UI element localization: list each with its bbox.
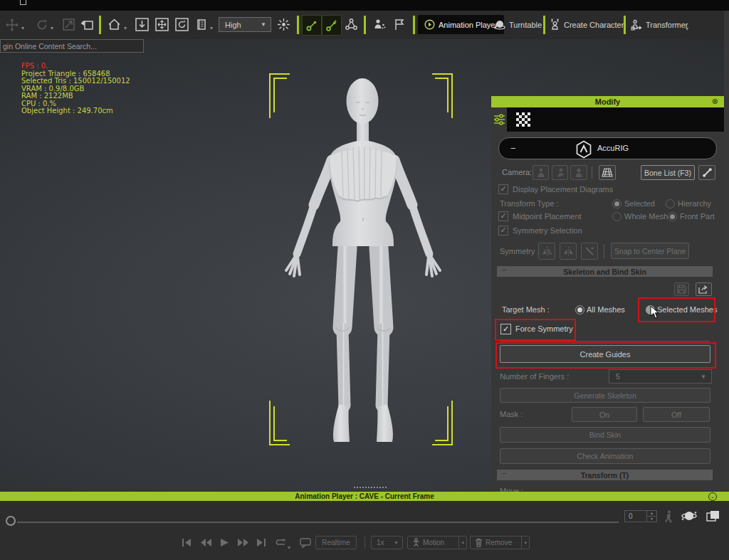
frame-spinner-up-icon[interactable]: ▲ (647, 511, 656, 517)
realtime-button[interactable]: Realtime (315, 536, 357, 549)
duplicate-window-icon[interactable] (706, 510, 720, 522)
check-animation-button[interactable]: Check Animation (500, 448, 710, 464)
whole-mesh-radio[interactable] (612, 212, 622, 221)
remove-button[interactable]: Remove ▾ (470, 536, 530, 549)
timeline-track[interactable] (17, 522, 619, 523)
midpoint-placement-checkbox[interactable]: ✓ (498, 211, 508, 221)
content-search-input[interactable] (0, 39, 144, 53)
home-caret-icon[interactable]: ▾ (124, 26, 127, 31)
rotate-tool-icon[interactable] (36, 19, 48, 31)
import-box-icon[interactable] (135, 18, 149, 31)
fit-view-box-icon[interactable] (155, 18, 169, 31)
motion-button[interactable]: Motion ▾ (407, 536, 467, 549)
playback-separator (364, 537, 365, 549)
go-to-end-button[interactable] (256, 536, 266, 549)
adjust-sliders-icon[interactable] (493, 113, 505, 126)
modify-panel: Modify ⊗ − AccuRIG Camera: (491, 96, 724, 492)
number-of-fingers-select[interactable]: 5 ▼ (609, 369, 712, 384)
all-meshes-radio[interactable] (575, 305, 584, 315)
transform-section-header[interactable]: − Transform (T) (497, 470, 713, 480)
save-profile-button[interactable] (674, 282, 689, 296)
animation-player-status-bar: Animation Player : CAVE - Current Frame … (0, 492, 729, 501)
front-part-label[interactable]: Front Part (680, 212, 715, 221)
orbit-sphere-icon[interactable] (681, 509, 697, 524)
accurig-header-bar[interactable]: − AccuRIG (498, 137, 717, 159)
frame-spinner-down-icon[interactable]: ▼ (647, 517, 656, 522)
close-icon[interactable]: ⊗ (712, 97, 718, 106)
collapse-circle-icon[interactable]: ⌄ (708, 492, 717, 501)
edit-pose-toggle-button[interactable] (302, 15, 322, 36)
quality-select[interactable]: High ▼ (219, 17, 271, 32)
move-tool-icon[interactable] (6, 19, 19, 31)
flip-orientation-icon[interactable] (80, 18, 95, 31)
toolbar-separator (624, 16, 626, 34)
rotate-tool-caret-icon[interactable]: ▾ (51, 26, 53, 31)
project-stack-icon[interactable] (195, 18, 209, 31)
midpoint-placement-label[interactable]: Midpoint Placement (513, 212, 582, 221)
transformer-caret-icon[interactable]: ▾ (686, 26, 688, 32)
section-collapse-icon[interactable]: − (502, 265, 506, 274)
no-symmetry-button[interactable] (581, 243, 598, 260)
snap-to-center-plane-button[interactable]: Snap to Center Plane (611, 243, 689, 259)
flag-icon[interactable] (393, 18, 406, 31)
previous-frame-button[interactable] (200, 536, 211, 549)
transform-hierarchy-label[interactable]: Hierarchy (678, 199, 711, 208)
camera-back-view-button[interactable] (570, 165, 587, 180)
timeline-handle[interactable] (6, 516, 16, 526)
remove-caret-icon[interactable]: ▾ (521, 537, 529, 549)
play-button[interactable] (220, 536, 229, 549)
section-collapse-icon[interactable]: − (502, 469, 506, 477)
all-meshes-label[interactable]: All Meshes (587, 305, 625, 314)
front-part-radio[interactable] (668, 212, 677, 221)
pose-person-icon[interactable] (664, 510, 673, 523)
transformer-mode-button[interactable]: Transformer (631, 15, 688, 34)
create-character-mode-button[interactable]: Create Character (550, 15, 624, 34)
whole-mesh-label[interactable]: Whole Mesh (624, 212, 668, 221)
go-to-start-button[interactable] (182, 536, 192, 549)
light-sun-icon[interactable] (277, 18, 290, 31)
mask-off-button[interactable]: Off (643, 407, 710, 422)
camera-front-view-button[interactable] (533, 165, 549, 180)
turntable-mode-button[interactable]: Turntable (494, 15, 542, 34)
display-placement-checkbox[interactable]: ✓ (498, 184, 508, 194)
bone-cluster-icon[interactable] (345, 18, 358, 31)
scale-tool-icon[interactable] (63, 19, 75, 31)
speed-select-caret-icon: ▼ (394, 540, 399, 545)
bone-tool-button[interactable] (698, 165, 715, 180)
camera-quarter-view-button[interactable] (552, 165, 568, 180)
display-placement-label[interactable]: Display Placement Diagrams (513, 185, 613, 194)
bind-skin-button[interactable]: Bind Skin (500, 427, 710, 443)
caption-bubble-icon[interactable] (300, 536, 311, 549)
generate-skeleton-button[interactable]: Generate Skeleton (500, 388, 710, 403)
export-profile-button[interactable] (696, 282, 712, 296)
texture-tab-checker-icon[interactable] (516, 112, 530, 127)
transform-selected-radio[interactable] (612, 199, 622, 208)
mask-on-button[interactable]: On (572, 407, 637, 422)
symmetry-selection-checkbox[interactable]: ✓ (498, 226, 508, 236)
mirror-x-button[interactable] (538, 243, 555, 260)
characters-icon[interactable] (373, 18, 387, 31)
mirror-flip-button[interactable] (560, 243, 577, 260)
move-tool-caret-icon[interactable]: ▾ (21, 26, 24, 31)
panel-resize-grip[interactable] (354, 487, 387, 490)
transform-hierarchy-radio[interactable] (666, 199, 675, 208)
accurig-collapse-icon[interactable]: − (510, 143, 516, 154)
skeleton-bind-skin-section-header[interactable]: − Skeleton and Bind Skin (497, 266, 713, 277)
transform-selected-label[interactable]: Selected (624, 199, 655, 208)
next-frame-button[interactable] (238, 536, 249, 549)
motion-caret-icon[interactable]: ▾ (458, 537, 466, 549)
grid-floor-button[interactable] (599, 165, 616, 180)
edit-skeleton-toggle-button[interactable] (322, 15, 342, 36)
frame-spinner[interactable]: 0 ▲ ▼ (624, 510, 657, 522)
reset-view-box-icon[interactable] (175, 18, 189, 31)
project-stack-caret-icon[interactable]: ▾ (210, 26, 213, 31)
animation-player-mode-button[interactable]: Animation Player (418, 15, 504, 34)
bone-list-button[interactable]: Bone List (F3) (641, 165, 695, 180)
loop-mode-caret-icon[interactable]: ▾ (288, 545, 290, 551)
modify-panel-titlebar[interactable]: Modify ⊗ (491, 96, 724, 107)
loop-mode-button[interactable] (275, 536, 287, 549)
symmetry-selection-label[interactable]: Symmetry Selection (513, 226, 582, 235)
speed-select[interactable]: 1x ▼ (371, 536, 403, 549)
camera-label: Camera: (502, 168, 532, 176)
home-icon[interactable] (107, 18, 121, 31)
